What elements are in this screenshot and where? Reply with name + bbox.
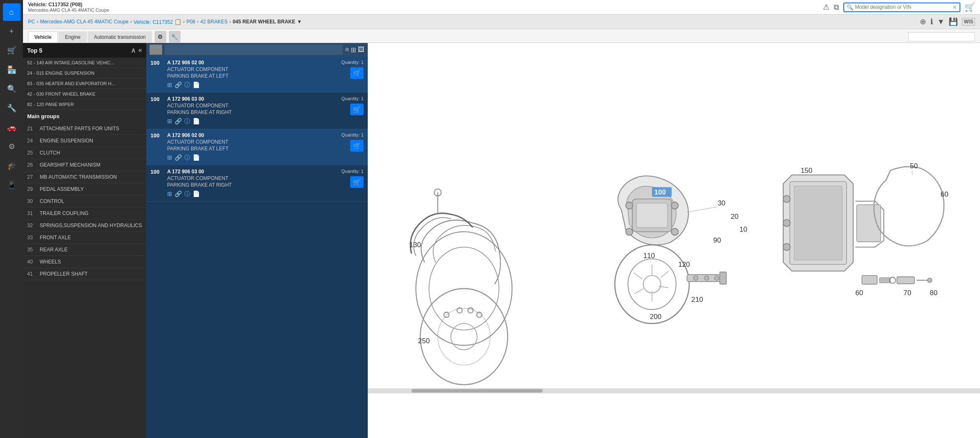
part-doc-icon-2[interactable]: 📄 [193,154,200,162]
grid-view-icon[interactable]: ⊞ [351,46,356,54]
part-link-icon-1[interactable]: 🔗 [175,118,182,125]
part-info-icon-0[interactable]: ⓘ [184,81,190,89]
part-info-1: A 172 906 03 00 ACTUATOR COMPONENT PARKI… [167,96,337,125]
part-qty-0: Quantity: 1 [341,60,364,65]
part-qty-1: Quantity: 1 [341,96,364,101]
sidebar-add-btn[interactable]: + [3,23,20,40]
top5-item-1[interactable]: 24 - 015 ENGINE SUSPENSION [23,68,146,78]
list-view-icon[interactable]: ≡ [345,46,349,54]
group-item-30[interactable]: 30 CONTROL [23,195,146,208]
parts-search-input[interactable] [165,45,343,55]
color-box [150,45,162,55]
vehicle-info: Vehicle: C117352 (P08) Mercedes-AMG CLA … [28,2,109,13]
part-cart-btn-1[interactable]: 🛒 [350,104,364,115]
group-item-27[interactable]: 27 MB AUTOMATIC TRANSMISSION [23,171,146,183]
breadcrumb-42brakes[interactable]: 42 BRAKES [200,19,227,25]
part-name2-1: PARKING BRAKE AT RIGHT [167,109,337,115]
search-box[interactable]: 🔍 ✕ [843,3,960,12]
tab-auto-transmission[interactable]: Automatic transmission [88,31,152,43]
group-item-24[interactable]: 24 ENGINE SUSPENSION [23,135,146,147]
parts-scroll: 100 A 172 906 02 00 ACTUATOR COMPONENT P… [146,56,368,438]
part-cart-btn-2[interactable]: 🛒 [350,140,364,152]
top5-item-4[interactable]: 82 - 120 PANE WIPER [23,99,146,110]
breadcrumb-model[interactable]: Mercedes-AMG CLA 45 4MATIC Coupe [40,19,129,25]
group-item-21[interactable]: 21 ATTACHMENT PARTS FOR UNITS [23,123,146,135]
top5-item-2[interactable]: 83 - 035 HEATER AND EVAPORATOR H... [23,78,146,89]
breadcrumb: PC › Mercedes-AMG CLA 45 4MATIC Coupe › … [28,18,302,25]
sidebar-search-btn[interactable]: 🔍 [3,80,20,98]
part-row-3: 100 A 172 906 03 00 ACTUATOR COMPONENT P… [146,165,368,202]
top5-item-3[interactable]: 42 - 030 FRONT WHEEL BRAKE [23,89,146,99]
part-code-3: A 172 906 03 00 [167,169,337,175]
part-table-icon-2[interactable]: ⊞ [167,154,172,162]
part-doc-icon-3[interactable]: 📄 [193,190,200,198]
group-item-40[interactable]: 40 WHEELS [23,256,146,268]
top5-item-0[interactable]: 52 - 140 AIR INTAKE,GASOLINE VEHIC... [23,58,146,68]
part-action-icons-1: ⊞ 🔗 ⓘ 📄 [167,118,337,125]
info-icon[interactable]: ℹ [930,17,933,26]
sidebar-settings-btn[interactable]: ⚙ [3,138,20,155]
tab-settings-btn[interactable]: ⚙ [155,31,166,43]
svg-text:210: 210 [691,296,703,304]
vehicle-subtitle: Mercedes-AMG CLA 45 4MATIC Coupe [28,8,109,13]
save-icon[interactable]: 💾 [949,17,958,26]
group-item-32[interactable]: 32 SPRINGS,SUSPENSION AND HYDRAULICS [23,220,146,232]
search-input[interactable] [855,4,952,10]
tab-engine[interactable]: Engine [59,31,87,43]
tab-vehicle[interactable]: Vehicle [28,31,58,43]
sidebar-shop-btn[interactable]: 🏪 [3,61,20,78]
breadcrumb-vehicle[interactable]: Vehicle: C117352 📋 [134,18,181,25]
breadcrumb-p08[interactable]: P08 [186,19,195,25]
svg-text:130: 130 [409,241,421,249]
top-bar: Vehicle: C117352 (P08) Mercedes-AMG CLA … [23,0,980,15]
part-link-icon-2[interactable]: 🔗 [175,154,182,162]
sidebar-mobile-btn[interactable]: 📱 [3,176,20,194]
tab-search-input[interactable] [908,32,975,41]
part-doc-icon-1[interactable]: 📄 [193,118,200,125]
alert-icon[interactable]: ⚠ [823,3,830,12]
sidebar-graduation-btn[interactable]: 🎓 [3,157,20,175]
wis-icon[interactable]: WIS [962,18,975,25]
diagram-area: 250 130 [368,43,980,438]
parts-diagram: 250 130 [368,43,980,438]
sidebar-wrench-btn[interactable]: 🔧 [3,99,20,117]
breadcrumb-pc[interactable]: PC [28,19,35,25]
group-item-41[interactable]: 41 PROPELLER SHAFT [23,268,146,280]
tab-wrench-btn[interactable]: 🔧 [169,31,181,43]
search-clear-icon[interactable]: ✕ [952,4,957,10]
sidebar-car-btn[interactable]: 🚗 [3,119,20,136]
part-table-icon-3[interactable]: ⊞ [167,190,172,198]
sidebar-home-btn[interactable]: ⌂ [3,3,20,21]
group-item-29[interactable]: 29 PEDAL ASSEMBLY [23,183,146,195]
group-item-26[interactable]: 26 GEARSHIFT MECHANISM [23,159,146,171]
close-btn[interactable]: « [138,46,142,54]
copy-icon[interactable]: ⧉ [834,3,839,12]
group-item-25[interactable]: 25 CLUTCH [23,147,146,159]
part-doc-icon-0[interactable]: 📄 [193,81,200,89]
part-link-icon-0[interactable]: 🔗 [175,81,182,89]
sidebar-cart-btn[interactable]: 🛒 [3,42,20,59]
collapse-btn[interactable]: ∧ [131,46,136,54]
cart-icon[interactable]: 🛒 [965,2,975,12]
part-info-icon-3[interactable]: ⓘ [184,190,190,198]
breadcrumb-dropdown-icon[interactable]: ▼ [297,19,302,25]
part-table-icon-1[interactable]: ⊞ [167,118,172,125]
part-info-icon-2[interactable]: ⓘ [184,154,190,162]
part-table-icon-0[interactable]: ⊞ [167,81,172,89]
svg-text:100: 100 [654,188,666,196]
group-item-33[interactable]: 33 FRONT AXLE [23,232,146,244]
part-cart-btn-0[interactable]: 🛒 [350,67,364,79]
part-cart-btn-3[interactable]: 🛒 [350,176,364,188]
part-code-1: A 172 906 03 00 [167,96,337,102]
zoom-in-icon[interactable]: ⊕ [920,17,926,26]
part-qty-2: Quantity: 1 [341,132,364,137]
part-link-icon-3[interactable]: 🔗 [175,190,182,198]
group-item-31[interactable]: 31 TRAILER COUPLING [23,208,146,220]
part-info-icon-1[interactable]: ⓘ [184,118,190,125]
filter-icon[interactable]: ▼ [937,18,945,26]
group-item-35[interactable]: 35 REAR AXLE [23,244,146,256]
svg-point-33 [715,276,719,280]
group-list: 21 ATTACHMENT PARTS FOR UNITS 24 ENGINE … [23,123,146,438]
image-view-icon[interactable]: 🖼 [358,46,364,54]
part-name1-1: ACTUATOR COMPONENT [167,103,337,109]
